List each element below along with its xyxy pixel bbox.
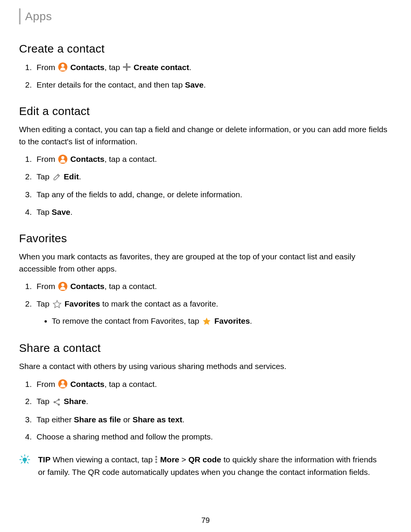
- text: .: [79, 172, 81, 181]
- action-label: Create contact: [134, 63, 189, 72]
- share-steps: From Contacts, tap a contact. Tap Share.…: [19, 378, 392, 443]
- heading-create-contact: Create a contact: [19, 40, 392, 57]
- heading-edit-contact: Edit a contact: [19, 102, 392, 120]
- svg-line-12: [21, 462, 22, 463]
- text: , tap: [105, 63, 123, 72]
- list-item: To remove the contact from Favorites, ta…: [52, 315, 392, 328]
- favorites-sublist: To remove the contact from Favorites, ta…: [37, 315, 392, 328]
- list-item: Tap any of the fields to add, change, or…: [37, 188, 392, 201]
- pencil-icon: [53, 171, 61, 184]
- contacts-icon: [58, 155, 67, 164]
- edit-steps: From Contacts, tap a contact. Tap Edit. …: [19, 153, 392, 218]
- text: Tap: [37, 397, 52, 406]
- svg-line-4: [55, 402, 58, 404]
- list-item: From Contacts, tap a contact.: [37, 378, 392, 391]
- list-item: From Contacts, tap a contact.: [37, 153, 392, 166]
- text: Tap: [37, 208, 52, 216]
- contacts-label: Contacts: [70, 155, 105, 163]
- plus-icon: [123, 63, 131, 71]
- action-label: Favorites: [65, 299, 100, 308]
- contacts-icon: [58, 282, 67, 291]
- text: Tap: [37, 172, 52, 181]
- list-item: Tap Share.: [37, 395, 392, 408]
- favorites-description: When you mark contacts as favorites, the…: [19, 251, 392, 275]
- text: Tap either: [37, 415, 74, 424]
- share-as-text-label: Share as text: [132, 415, 182, 424]
- text: Enter details for the contact, and then …: [37, 80, 185, 89]
- tip-block: TIP When viewing a contact, tap More > Q…: [19, 453, 392, 479]
- text: .: [182, 415, 185, 424]
- text: Tap: [37, 299, 52, 308]
- text: When viewing a contact, tap: [51, 455, 155, 464]
- star-outline-icon: [53, 298, 62, 311]
- page-number: 79: [0, 514, 411, 526]
- text: , tap a contact.: [105, 380, 157, 388]
- text: Choose a sharing method and follow the p…: [37, 432, 213, 441]
- text: , tap a contact.: [105, 155, 157, 163]
- list-item: Tap Save.: [37, 206, 392, 219]
- more-label: More: [160, 455, 179, 464]
- contacts-label: Contacts: [70, 380, 105, 388]
- save-label: Save: [52, 208, 70, 216]
- text: From: [37, 63, 57, 72]
- text: .: [70, 208, 73, 216]
- heading-favorites: Favorites: [19, 230, 392, 247]
- svg-line-13: [27, 462, 29, 463]
- qr-code-label: QR code: [188, 455, 221, 464]
- lightbulb-icon: [19, 454, 33, 469]
- text: From: [37, 155, 57, 163]
- contacts-label: Contacts: [70, 63, 105, 72]
- text: .: [86, 397, 88, 406]
- edit-description: When editing a contact, you can tap a fi…: [19, 123, 392, 147]
- svg-line-10: [21, 456, 22, 457]
- contacts-label: Contacts: [70, 282, 105, 291]
- svg-line-3: [55, 400, 58, 402]
- text: To remove the contact from Favorites, ta…: [52, 316, 201, 325]
- text: From: [37, 282, 57, 291]
- action-label: Share: [64, 397, 86, 406]
- header-label: Apps: [25, 8, 52, 25]
- save-label: Save: [185, 80, 204, 89]
- share-icon: [53, 396, 61, 409]
- list-item: Tap Favorites to mark the contact as a f…: [37, 297, 392, 328]
- star-filled-icon: [202, 315, 211, 328]
- page-header: Apps: [19, 8, 392, 25]
- text: From: [37, 380, 57, 388]
- text: Tap any of the fields to add, change, or…: [37, 190, 242, 199]
- list-item: Tap Edit.: [37, 170, 392, 184]
- header-rule: [19, 8, 21, 24]
- tip-text: TIP When viewing a contact, tap More > Q…: [38, 453, 377, 479]
- svg-point-5: [22, 457, 27, 462]
- action-label: Favorites: [214, 316, 250, 325]
- text: , tap a contact.: [105, 282, 157, 291]
- list-item: Tap either Share as file or Share as tex…: [37, 413, 392, 426]
- text: or: [121, 415, 132, 424]
- contacts-icon: [58, 62, 67, 72]
- text: >: [179, 455, 188, 464]
- text: .: [189, 63, 191, 72]
- svg-line-11: [27, 456, 29, 457]
- action-label: Edit: [64, 172, 79, 181]
- tip-label: TIP: [38, 455, 51, 464]
- text: .: [204, 80, 206, 89]
- share-description: Share a contact with others by using var…: [19, 360, 392, 372]
- text: to mark the contact as a favorite.: [100, 299, 218, 308]
- list-item: Choose a sharing method and follow the p…: [37, 430, 392, 443]
- more-icon: [155, 455, 158, 463]
- list-item: Enter details for the contact, and then …: [37, 78, 392, 91]
- list-item: From Contacts, tap a contact.: [37, 280, 392, 293]
- contacts-icon: [58, 379, 67, 388]
- text: .: [250, 316, 252, 325]
- list-item: From Contacts, tap Create contact.: [37, 61, 392, 74]
- favorites-steps: From Contacts, tap a contact. Tap Favori…: [19, 280, 392, 328]
- share-as-file-label: Share as file: [74, 415, 121, 424]
- heading-share-contact: Share a contact: [19, 339, 392, 356]
- create-steps: From Contacts, tap Create contact. Enter…: [19, 61, 392, 91]
